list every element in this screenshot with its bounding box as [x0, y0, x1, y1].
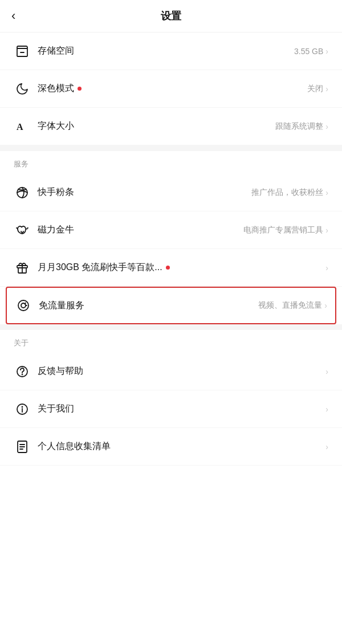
menu-item-storage[interactable]: 存储空间 3.55 GB ›	[0, 32, 342, 70]
about-us-label: 关于我们	[38, 403, 325, 415]
menu-item-feedback[interactable]: 反馈与帮助 ›	[0, 353, 342, 390]
page-header: ‹ 设置	[0, 0, 342, 32]
section-divider	[0, 145, 342, 151]
back-button[interactable]: ‹	[11, 10, 15, 22]
section-services-label: 服务	[0, 151, 342, 174]
menu-item-privacy-list[interactable]: 个人信息收集清单 ›	[0, 428, 342, 466]
free-traffic-value: 视频、直播免流量 ›	[258, 300, 327, 311]
circle-arrow-icon	[15, 297, 32, 314]
svg-point-10	[22, 406, 23, 407]
bull-value: 电商推广专属营销工具 ›	[243, 225, 328, 235]
monthly-30gb-value: ›	[325, 263, 328, 272]
font-size-value: 跟随系统调整 ›	[275, 121, 328, 132]
about-us-value: ›	[325, 405, 328, 414]
dark-mode-label: 深色模式	[38, 83, 307, 95]
storage-value: 3.55 GB ›	[294, 47, 328, 56]
privacy-list-value: ›	[325, 442, 328, 451]
font-size-icon: A	[14, 118, 31, 135]
feedback-label: 反馈与帮助	[38, 365, 325, 377]
free-traffic-label: 免流量服务	[39, 300, 258, 312]
dark-mode-value: 关闭 ›	[307, 84, 328, 94]
doc-icon	[14, 438, 31, 455]
menu-item-free-traffic[interactable]: 免流量服务 视频、直播免流量 ›	[6, 287, 336, 324]
font-size-label: 字体大小	[38, 120, 275, 132]
fans-icon	[14, 184, 31, 201]
svg-point-7	[22, 374, 23, 374]
dark-mode-dot	[78, 87, 82, 91]
gift-icon	[14, 259, 31, 276]
storage-label: 存储空间	[38, 45, 294, 57]
section-about-label: 关于	[0, 330, 342, 353]
fans-value: 推广作品，收获粉丝 ›	[251, 188, 328, 198]
page-title: 设置	[161, 9, 181, 23]
menu-item-dark-mode[interactable]: 深色模式 关闭 ›	[0, 70, 342, 108]
bull-label: 磁力金牛	[38, 224, 243, 236]
svg-text:A: A	[17, 122, 23, 132]
menu-item-font-size[interactable]: A 字体大小 跟随系统调整 ›	[0, 108, 342, 145]
bull-icon	[14, 222, 31, 239]
menu-item-kuaishou-fans[interactable]: 快手粉条 推广作品，收获粉丝 ›	[0, 174, 342, 211]
privacy-list-label: 个人信息收集清单	[38, 441, 325, 453]
question-circle-icon	[14, 363, 31, 380]
feedback-value: ›	[325, 367, 328, 376]
menu-item-monthly-30gb[interactable]: 月月30GB 免流刷快手等百款... ›	[0, 249, 342, 287]
monthly-30gb-label: 月月30GB 免流刷快手等百款...	[38, 262, 325, 274]
section-divider-2	[0, 324, 342, 330]
monthly-30gb-dot	[166, 266, 170, 270]
dark-mode-icon	[14, 80, 31, 97]
info-circle-icon	[14, 401, 31, 418]
fans-label: 快手粉条	[38, 186, 251, 198]
menu-item-about-us[interactable]: 关于我们 ›	[0, 390, 342, 428]
menu-item-magnetic-bull[interactable]: 磁力金牛 电商推广专属营销工具 ›	[0, 211, 342, 249]
storage-icon	[14, 43, 31, 60]
